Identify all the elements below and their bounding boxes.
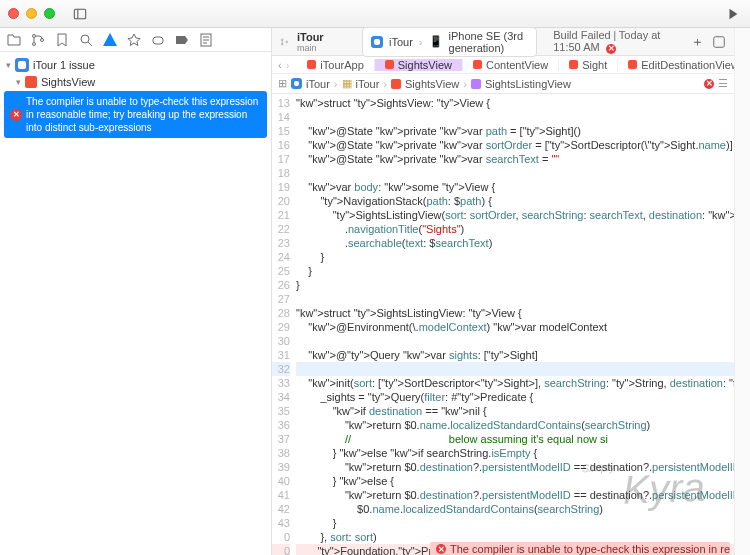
editor-tab[interactable]: EditDestinationView [618,59,750,71]
source-control-nav-icon[interactable] [30,32,46,48]
project-nav-icon[interactable] [6,32,22,48]
navigator-sidebar: ▾ iTour 1 issue ▾ SightsView ✕ The compi… [0,28,272,555]
svg-rect-11 [714,36,725,47]
code-content[interactable]: "kw">struct "ty">SightsView: "ty">View {… [296,94,734,555]
swift-file-icon [307,60,316,69]
issue-message-text: The compiler is unable to type-check thi… [26,95,261,134]
swift-file-icon [569,60,578,69]
toolbar-row: iTour main iTour › 📱 iPhone SE (3rd gene… [272,28,734,56]
jump-bar[interactable]: ⊞ iTour› ▦iTour› SightsView› SightsListi… [272,74,734,94]
issue-project-row[interactable]: ▾ iTour 1 issue [0,56,271,74]
error-icon: ✕ [10,109,22,121]
branch-name: main [297,43,324,53]
svg-rect-0 [74,9,85,19]
issue-file-row[interactable]: ▾ SightsView [0,74,271,90]
close-window-button[interactable] [8,8,19,19]
build-status[interactable]: Build Failed | Today at 11:50 AM ✕ [553,29,682,53]
scheme-app-icon [371,36,383,48]
swift-file-icon [25,76,37,88]
editor-tab[interactable]: ContentView [463,59,559,71]
report-nav-icon[interactable] [198,32,214,48]
window-titlebar [0,0,750,28]
line-gutter: 1314151617181920212223242526272829303132… [272,94,296,555]
svg-point-2 [33,34,36,37]
inline-error-icon: ✕ [436,544,446,554]
app-icon [15,58,29,72]
struct-icon [471,79,481,89]
swift-file-icon [628,60,637,69]
branch-icon [280,36,289,48]
sidebar-toggle-icon[interactable] [71,5,89,23]
inline-error-banner[interactable]: ✕ The compiler is unable to type-check t… [430,542,730,555]
editor-tab[interactable]: iTourApp [297,59,374,71]
test-nav-icon[interactable] [126,32,142,48]
library-icon[interactable] [712,33,726,51]
scheme-selector[interactable]: iTour › 📱 iPhone SE (3rd generation) [362,27,537,57]
minimap-strip [734,28,750,555]
find-nav-icon[interactable] [78,32,94,48]
run-button[interactable] [724,5,742,23]
issue-file-label: SightsView [41,76,95,88]
editor-area: iTour main iTour › 📱 iPhone SE (3rd gene… [272,28,734,555]
project-title: iTour [297,31,324,43]
breadcrumb-swift-icon [391,79,401,89]
swift-file-icon [385,60,394,69]
svg-point-10 [286,41,288,43]
scheme-target: iTour [389,36,413,48]
editor-tab[interactable]: Sight [559,59,618,71]
svg-rect-6 [153,37,163,44]
issue-message-row[interactable]: ✕ The compiler is unable to type-check t… [4,91,267,138]
issues-nav-icon[interactable] [102,32,118,48]
jump-bar-error-icon[interactable]: ✕ [704,79,714,89]
svg-point-8 [281,38,283,40]
issue-project-label: iTour 1 issue [33,59,95,71]
minimize-window-button[interactable] [26,8,37,19]
minimap-icon[interactable]: ☰ [718,77,728,90]
editor-tabs: iTourAppSightsViewContentViewSightEditDe… [297,59,750,71]
disclosure-icon: ▾ [6,60,11,70]
navigator-selector [0,28,271,52]
traffic-lights [8,8,55,19]
related-icon[interactable]: ⊞ [278,77,287,90]
editor-tab[interactable]: SightsView [375,59,463,71]
disclosure-icon: ▾ [16,77,21,87]
editor-nav-bar: ‹ › iTourAppSightsViewContentViewSightEd… [272,56,734,74]
bookmark-nav-icon[interactable] [54,32,70,48]
scheme-device: iPhone SE (3rd generation) [449,30,529,54]
nav-back-icon[interactable]: ‹ [278,59,282,71]
nav-fwd-icon[interactable]: › [286,59,290,71]
source-editor[interactable]: 1314151617181920212223242526272829303132… [272,94,734,555]
add-icon[interactable]: ＋ [691,33,704,51]
debug-nav-icon[interactable] [150,32,166,48]
breadcrumb-app-icon [291,78,302,89]
swift-file-icon [473,60,482,69]
issues-list: ▾ iTour 1 issue ▾ SightsView ✕ The compi… [0,52,271,555]
svg-point-5 [81,35,89,43]
breakpoint-nav-icon[interactable] [174,32,190,48]
error-badge-icon: ✕ [606,44,616,54]
zoom-window-button[interactable] [44,8,55,19]
svg-point-3 [33,42,36,45]
svg-point-9 [281,43,283,45]
